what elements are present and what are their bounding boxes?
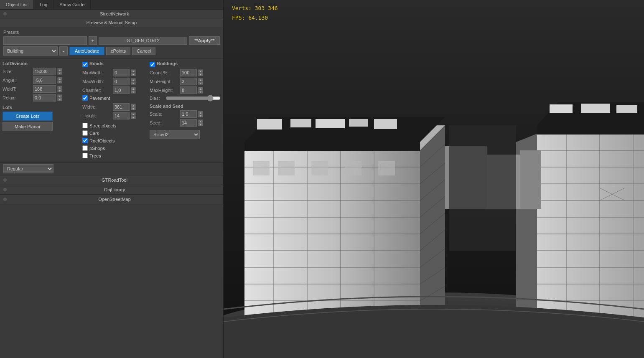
pavement-row: Pavement (82, 95, 147, 101)
pavement-checkbox[interactable] (82, 95, 88, 101)
lots-title: Lots (3, 105, 80, 110)
obj-library-title: ObjLibrary (9, 187, 220, 192)
maxw-down[interactable]: ▼ (131, 81, 136, 85)
fps-value: 64.130 (248, 15, 268, 21)
scale-up[interactable]: ▲ (198, 111, 203, 114)
maxh-up[interactable]: ▲ (198, 87, 203, 90)
buildings-checkbox-row: Buildings (150, 61, 221, 68)
size-label: Size: (3, 69, 32, 74)
svg-rect-76 (520, 150, 541, 209)
create-lots-button[interactable]: Create Lots (3, 112, 53, 121)
chamfer-input[interactable] (113, 86, 130, 94)
sliced-select[interactable]: Sliced2 (150, 130, 200, 139)
angle-label: Angle: (3, 78, 32, 83)
angle-input[interactable] (33, 76, 56, 84)
weld-up[interactable]: ▲ (57, 86, 62, 89)
max-height-input[interactable] (180, 86, 197, 94)
bottom-panels: GTRoadTool ObjLibrary OpenStreetMap (0, 175, 223, 358)
lot-division-title: LotDivision (3, 61, 80, 66)
relax-up[interactable]: ▲ (57, 94, 62, 98)
seed-down[interactable]: ▼ (198, 123, 203, 126)
cnt-up[interactable]: ▲ (198, 69, 203, 73)
top-tabs: Object List Log Show Guide (0, 0, 223, 10)
building-select[interactable]: Building (3, 46, 58, 56)
3d-viewport[interactable]: Verts: 303 346 FPS: 64.130 (224, 0, 644, 358)
streetobjects-label: Streetobjects (89, 123, 116, 128)
relax-spin: ▲ ▼ (57, 94, 62, 101)
minw-down[interactable]: ▼ (131, 73, 136, 76)
main-settings: LotDivision Size: ▲ ▼ Angle: ▲ ▼ WeldT: (0, 58, 223, 162)
maxw-up[interactable]: ▲ (131, 78, 136, 81)
gt-road-tool-header[interactable]: GTRoadTool (0, 175, 223, 185)
cars-checkbox[interactable] (82, 130, 88, 136)
scale-label: Scale: (150, 112, 179, 117)
trees-checkbox[interactable] (82, 153, 88, 158)
min-width-row: MinWidth: ▲▼ (82, 69, 147, 76)
road-width-input[interactable] (113, 103, 130, 111)
tab-object-list[interactable]: Object List (0, 0, 34, 9)
minw-up[interactable]: ▲ (131, 69, 136, 73)
weld-down[interactable]: ▼ (57, 89, 62, 92)
regular-select[interactable]: Regular (3, 164, 53, 173)
rw-down[interactable]: ▼ (131, 107, 136, 110)
scale-input[interactable] (180, 110, 197, 118)
buildings-checkbox[interactable] (150, 62, 155, 67)
min-height-row: MinHeight: ▲▼ (150, 78, 221, 85)
street-network-header: StreetNetwork (0, 10, 223, 18)
cpoints-button[interactable]: cPoints (106, 47, 130, 55)
roof-objects-label: RoefObjects (89, 138, 115, 143)
gt-road-button[interactable]: GT_GEN_CTRL2 (99, 37, 187, 45)
tab-log[interactable]: Log (34, 0, 53, 9)
open-street-map-dot (3, 198, 7, 201)
angle-down[interactable]: ▼ (57, 80, 62, 84)
make-planar-button[interactable]: Make Planar (3, 122, 53, 131)
streetobjects-checkbox[interactable] (82, 123, 88, 128)
svg-rect-78 (253, 161, 270, 175)
angle-up[interactable]: ▲ (57, 77, 62, 80)
tab-show-guide[interactable]: Show Guide (53, 0, 91, 9)
pshops-checkbox[interactable] (82, 145, 88, 151)
relax-input[interactable] (33, 94, 56, 102)
size-up[interactable]: ▲ (57, 68, 62, 71)
weld-input[interactable] (33, 85, 56, 93)
rh-up[interactable]: ▲ (131, 112, 136, 116)
minh-down[interactable]: ▼ (198, 81, 203, 85)
count-input[interactable] (180, 69, 197, 76)
size-input[interactable] (33, 68, 56, 75)
max-width-input[interactable] (113, 78, 130, 85)
cancel-button[interactable]: Cancel (132, 47, 155, 55)
min-width-input[interactable] (113, 69, 130, 76)
bias-row: Bias: (150, 95, 221, 101)
roads-checkbox[interactable] (82, 62, 88, 67)
minus-button[interactable]: - (59, 46, 68, 56)
svg-rect-80 (311, 161, 328, 175)
regular-row: Regular (0, 162, 223, 175)
svg-rect-64 (537, 125, 644, 135)
obj-library-header[interactable]: ObjLibrary (0, 185, 223, 194)
cnt-down[interactable]: ▼ (198, 73, 203, 76)
add-preset-button[interactable]: + (89, 36, 97, 45)
autoupdate-button[interactable]: AutoUpdate (69, 47, 104, 55)
relax-down[interactable]: ▼ (57, 98, 62, 101)
chamfer-up[interactable]: ▲ (131, 87, 136, 90)
open-street-map-header[interactable]: OpenStreetMap (0, 195, 223, 204)
rw-up[interactable]: ▲ (131, 104, 136, 107)
size-down[interactable]: ▼ (57, 71, 62, 75)
svg-rect-77 (449, 125, 516, 251)
bias-slider[interactable] (166, 95, 221, 101)
min-height-input[interactable] (180, 78, 197, 85)
roof-objects-checkbox[interactable] (82, 138, 88, 143)
apply-button[interactable]: **Apply** (189, 36, 220, 45)
verts-label: Verts: (232, 5, 252, 11)
rh-down[interactable]: ▼ (131, 116, 136, 119)
chamfer-down[interactable]: ▼ (131, 90, 136, 94)
seed-up[interactable]: ▲ (198, 119, 203, 123)
maxh-down[interactable]: ▼ (198, 90, 203, 94)
fps-label: FPS: (232, 15, 245, 21)
road-height-input[interactable] (113, 112, 130, 119)
svg-rect-68 (616, 105, 637, 113)
scale-down[interactable]: ▼ (198, 114, 203, 117)
minh-up[interactable]: ▲ (198, 78, 203, 81)
preset-input[interactable] (3, 36, 87, 45)
seed-input[interactable] (180, 119, 197, 127)
